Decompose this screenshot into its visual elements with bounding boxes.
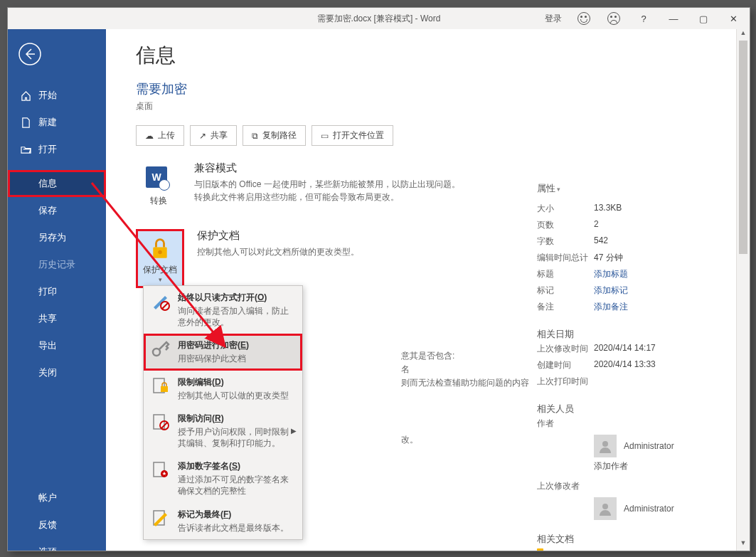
scrollbar[interactable]: ▲ ▼ (736, 29, 750, 551)
prop-pages: 2 (594, 219, 599, 231)
openlocation-button[interactable]: ▭打开文件位置 (312, 125, 393, 146)
face-smile-icon[interactable] (572, 8, 596, 29)
svg-point-7 (153, 349, 160, 356)
submenu-arrow-icon: ▶ (291, 427, 297, 435)
word-convert-icon: W (146, 166, 167, 188)
maximize-button[interactable]: ▢ (691, 8, 715, 29)
open-file-location[interactable]: 打开文件位置 (537, 550, 718, 551)
compat-desc: 与旧版本的 Office 一起使用时，某些新功能被禁用，以防止出现问题。转换此文… (194, 178, 464, 203)
scroll-thumb[interactable] (739, 41, 747, 254)
window-title: 需要加密.docx [兼容模式] - Word (317, 13, 441, 25)
copypath-button[interactable]: ⧉复制路径 (243, 125, 306, 146)
folder-icon (537, 551, 551, 551)
signature-icon (151, 460, 171, 480)
menu-encrypt[interactable]: 用密码进行加密(E)用密码保护此文档 (144, 334, 302, 370)
prop-modified: 2020/4/14 14:17 (594, 343, 656, 355)
menu-readonly[interactable]: 始终以只读方式打开(O)询问读者是否加入编辑，防止意外的更改。 (144, 286, 302, 334)
folder-icon: ▭ (321, 131, 329, 141)
nav-print[interactable]: 打印 (8, 278, 106, 305)
avatar-icon (594, 435, 617, 457)
nav-open[interactable]: 打开 (8, 136, 106, 163)
svg-rect-9 (161, 386, 168, 392)
convert-button[interactable]: W 转换 (136, 161, 181, 211)
backstage-sidebar: 开始 新建 打开 信息 保存 另存为 历史记录 打印 共享 导出 关闭 帐户 反… (8, 29, 106, 551)
back-button[interactable] (18, 42, 46, 70)
related-docs-header: 相关文档 (537, 533, 718, 546)
lock-shield-icon (147, 235, 173, 261)
restrict-access-icon (151, 413, 171, 433)
share-icon: ↗ (199, 131, 206, 141)
nav-new[interactable]: 新建 (8, 109, 106, 136)
protect-title: 保护文档 (197, 229, 359, 243)
check-issues-partial: 意其是否包含: 名 则而无法检查辅助功能问题的内容 改。 (401, 349, 529, 447)
upload-button[interactable]: ☁上传 (136, 125, 184, 146)
nav-info[interactable]: 信息 (8, 170, 106, 197)
chevron-down-icon: ▾ (139, 276, 181, 283)
author-entry[interactable]: Administrator (594, 435, 718, 457)
nav-options[interactable]: 选顶 (8, 539, 106, 551)
prop-size: 13.3KB (594, 203, 622, 215)
upload-icon: ☁ (145, 131, 154, 141)
readonly-icon (151, 292, 171, 312)
document-name: 需要加密 (136, 80, 720, 97)
compat-title: 兼容模式 (194, 161, 464, 175)
svg-point-2 (158, 250, 162, 255)
protect-document-menu: 始终以只读方式打开(O)询问读者是否加入编辑，防止意外的更改。 用密码进行加密(… (143, 285, 303, 540)
document-location: 桌面 (136, 100, 720, 112)
svg-point-3 (602, 441, 608, 447)
share-button[interactable]: ↗共享 (190, 125, 237, 146)
prop-created: 2020/4/14 13:33 (594, 359, 656, 371)
svg-point-4 (602, 504, 608, 509)
properties-panel: 属性▾ 大小13.3KB 页数2 字数542 编辑时间总计47 分钟 标题添加标… (537, 182, 718, 551)
prop-edittime: 47 分钟 (594, 252, 623, 264)
nav-home[interactable]: 开始 (8, 82, 106, 109)
nav-saveas[interactable]: 另存为 (8, 224, 106, 251)
scroll-up-icon[interactable]: ▲ (737, 29, 750, 41)
nav-history: 历史记录 (8, 251, 106, 278)
properties-header[interactable]: 属性▾ (537, 182, 718, 195)
prop-title[interactable]: 添加标题 (594, 268, 628, 280)
restrict-edit-icon (151, 376, 171, 396)
titlebar: 需要加密.docx [兼容模式] - Word 登录 ? — ▢ ✕ (8, 8, 750, 29)
key-icon (151, 339, 171, 359)
prop-comments[interactable]: 添加备注 (594, 301, 628, 313)
nav-share[interactable]: 共享 (8, 305, 106, 332)
nav-close[interactable]: 关闭 (8, 359, 106, 386)
add-author[interactable]: 添加作者 (594, 460, 718, 472)
menu-restrict-edit[interactable]: 限制编辑(D)控制其他人可以做的更改类型 (144, 371, 302, 407)
page-heading: 信息 (136, 42, 720, 69)
minimize-button[interactable]: — (661, 8, 686, 29)
link-icon: ⧉ (252, 131, 258, 141)
svg-line-6 (162, 303, 168, 309)
nav-export[interactable]: 导出 (8, 332, 106, 359)
final-icon (151, 509, 171, 529)
help-button[interactable]: ? (632, 8, 656, 29)
face-sad-icon[interactable] (602, 8, 626, 29)
related-dates-header: 相关日期 (537, 328, 718, 341)
related-people-header: 相关人员 (537, 403, 718, 415)
prop-tags[interactable]: 添加标记 (594, 285, 628, 297)
menu-mark-final[interactable]: 标记为最终(F)告诉读者此文档是最终版本。 (144, 503, 302, 539)
nav-account[interactable]: 帐户 (8, 484, 106, 511)
close-button[interactable]: ✕ (721, 8, 745, 29)
protect-desc: 控制其他人可以对此文档所做的更改类型。 (197, 245, 359, 258)
menu-digital-signature[interactable]: 添加数字签名(S)通过添加不可见的数字签名来确保文档的完整性 (144, 455, 302, 502)
info-toolbar: ☁上传 ↗共享 ⧉复制路径 ▭打开文件位置 (136, 125, 720, 146)
protect-document-button[interactable]: 保护文档 ▾ (136, 229, 184, 288)
nav-save[interactable]: 保存 (8, 197, 106, 224)
avatar-icon (594, 497, 617, 520)
prop-words: 542 (594, 235, 608, 248)
menu-restrict-access[interactable]: 限制访问(R)授予用户访问权限，同时限制其编辑、复制和打印能力。 ▶ (144, 407, 302, 455)
login-link[interactable]: 登录 (545, 13, 562, 25)
nav-feedback[interactable]: 反馈 (8, 511, 106, 539)
scroll-down-icon[interactable]: ▼ (737, 539, 750, 551)
chevron-down-icon: ▾ (557, 186, 560, 193)
lastmod-entry[interactable]: Administrator (594, 497, 718, 520)
